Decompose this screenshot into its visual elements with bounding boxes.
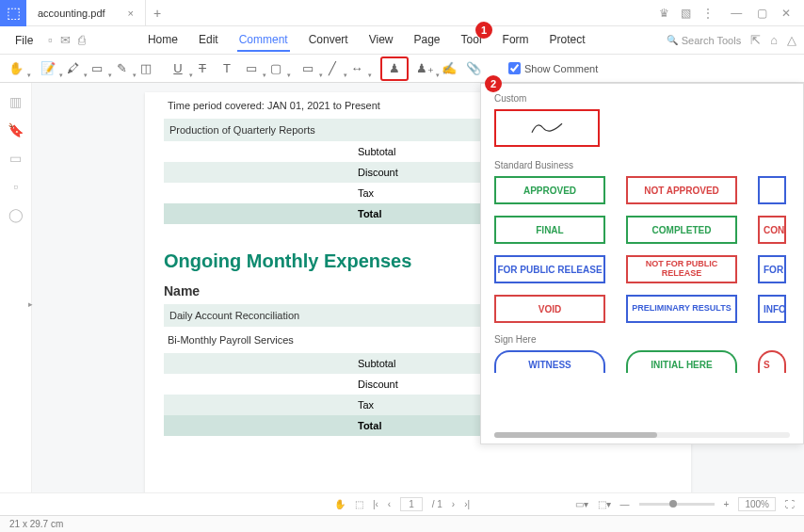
stamp-not-public[interactable]: NOT FOR PUBLIC RELEASE <box>626 255 737 283</box>
app-icon: ⬚ <box>0 0 26 26</box>
window-controls: — ▢ ✕ <box>725 7 796 20</box>
stamp-add-icon[interactable]: ♟₊ <box>416 60 433 77</box>
horizontal-scrollbar[interactable] <box>494 432 790 438</box>
area-highlight-icon[interactable]: ▭ <box>88 60 105 77</box>
stamp-partial[interactable]: CON <box>758 216 786 244</box>
stamp-partial[interactable] <box>758 176 786 204</box>
rail-splitter-icon[interactable]: ▸ <box>28 299 33 309</box>
comments-panel-icon[interactable]: ◯ <box>8 207 24 222</box>
thumbnails-icon[interactable]: ▥ <box>9 94 22 109</box>
text-tool-icon[interactable]: T <box>218 60 235 77</box>
stamp-public-release[interactable]: FOR PUBLIC RELEASE <box>494 255 605 283</box>
shape-line-icon[interactable]: ╱ <box>324 60 341 77</box>
show-comment-checkbox[interactable] <box>508 62 521 74</box>
textbox-icon[interactable]: ▭ <box>243 60 260 77</box>
attachment-icon[interactable]: 📎 <box>465 60 482 77</box>
zoom-slider[interactable] <box>639 503 715 506</box>
file-menu[interactable]: File <box>8 30 40 51</box>
first-page-icon[interactable]: |‹ <box>373 499 378 509</box>
fullscreen-icon[interactable]: ⛶ <box>785 499 795 509</box>
hand-nav-icon[interactable]: ✋ <box>334 499 346 509</box>
zoom-out-icon[interactable]: — <box>620 499 630 509</box>
tab-home[interactable]: Home <box>146 29 180 52</box>
stamp-partial[interactable]: INFOR <box>758 295 786 323</box>
cloud-icon[interactable]: ⌂ <box>770 33 778 47</box>
stamp-completed[interactable]: COMPLETED <box>626 216 737 244</box>
save-icon[interactable]: ▫ <box>48 33 53 47</box>
discount-label: Discount <box>358 167 431 178</box>
tab-page[interactable]: Page <box>412 29 442 52</box>
print-icon[interactable]: ⎙ <box>78 33 86 47</box>
share-icon[interactable]: ⇱ <box>750 33 761 47</box>
note-icon[interactable]: 📝 <box>40 60 56 77</box>
minimize-icon[interactable]: — <box>725 7 748 20</box>
highlight-icon[interactable]: 🖍 <box>64 60 81 77</box>
measure-icon[interactable]: ↔ <box>348 60 365 77</box>
gift-icon[interactable]: ▧ <box>681 7 691 20</box>
add-tab-icon[interactable]: + <box>146 6 169 21</box>
left-sidebar: ▥ 🔖 ▭ ▫ ◯ <box>0 83 32 516</box>
stamp-partial[interactable]: FOR <box>758 255 786 283</box>
maximize-icon[interactable]: ▢ <box>751 7 773 20</box>
shape-rect-icon[interactable]: ▭ <box>299 60 316 77</box>
tab-protect[interactable]: Protect <box>548 29 587 52</box>
prev-page-icon[interactable]: ‹ <box>388 499 391 509</box>
signature-icon <box>528 117 566 139</box>
callout-badge-1: 1 <box>475 22 492 39</box>
tab-view[interactable]: View <box>367 29 395 52</box>
fit-width-icon[interactable]: ▭▾ <box>575 499 588 509</box>
tab-comment[interactable]: Comment <box>237 29 290 52</box>
tax-label-2: Tax <box>358 399 431 411</box>
show-comment-toggle[interactable]: Show Comment <box>508 62 598 74</box>
pencil-icon[interactable]: ✎ <box>113 60 130 77</box>
attachments-icon[interactable]: ▫ <box>13 179 18 194</box>
select-nav-icon[interactable]: ⬚ <box>355 499 363 509</box>
bookmark-icon[interactable]: 🔖 <box>8 122 24 137</box>
custom-section-label: Custom <box>494 93 803 104</box>
stamp-not-approved[interactable]: NOT APPROVED <box>626 176 737 204</box>
signhere-section-label: Sign Here <box>494 334 803 345</box>
search-input[interactable]: Search Tools <box>667 35 741 46</box>
page-total: / 1 <box>432 499 442 509</box>
crown-icon[interactable]: ♛ <box>659 7 669 20</box>
eraser-icon[interactable]: ◫ <box>137 60 154 77</box>
more-icon[interactable]: ⋮ <box>702 7 714 20</box>
stamp-preliminary[interactable]: PRELIMINARY RESULTS <box>626 295 737 323</box>
hand-tool-icon[interactable]: ✋ <box>8 60 24 77</box>
main-area: ▥ 🔖 ▭ ▫ ◯ ▸ Time period covered: JAN 01,… <box>0 83 804 516</box>
stamp-tool[interactable]: ♟ <box>380 56 409 81</box>
mail-icon[interactable]: ✉ <box>60 33 71 47</box>
stamp-panel: Custom Standard Business APPROVED NOT AP… <box>480 83 804 444</box>
stamp-icon: ♟ <box>386 60 403 77</box>
help-icon[interactable]: △ <box>787 33 796 47</box>
close-tab-icon[interactable]: × <box>128 8 134 19</box>
total-label: Total <box>358 208 431 219</box>
ribbon-tabs: Home Edit Comment Convert View Page Tool… <box>146 29 587 52</box>
stamp-partial[interactable]: S <box>758 350 786 373</box>
custom-signature-stamp[interactable] <box>494 109 600 147</box>
underline-icon[interactable]: U <box>169 60 186 77</box>
signature-icon[interactable]: ✍ <box>441 60 458 77</box>
tab-form[interactable]: Form <box>501 29 531 52</box>
stamp-final[interactable]: FINAL <box>494 216 605 244</box>
callout-icon[interactable]: ▢ <box>267 60 284 77</box>
show-comment-label: Show Comment <box>524 63 598 74</box>
page-number-input[interactable]: 1 <box>400 497 423 511</box>
stamp-void[interactable]: VOID <box>494 295 605 323</box>
stamp-initial-here[interactable]: INITIAL HERE <box>626 350 737 373</box>
zoom-value[interactable]: 100% <box>738 497 776 511</box>
stamp-witness[interactable]: WITNESS <box>494 350 605 373</box>
next-page-icon[interactable]: › <box>452 499 455 509</box>
close-window-icon[interactable]: ✕ <box>776 7 796 20</box>
stamp-approved[interactable]: APPROVED <box>494 176 605 204</box>
fit-page-icon[interactable]: ⬚▾ <box>598 499 611 509</box>
strikethrough-icon[interactable]: T <box>194 60 211 77</box>
tab-convert[interactable]: Convert <box>307 29 350 52</box>
stamp-grid: APPROVED NOT APPROVED FINAL COMPLETED CO… <box>494 176 803 323</box>
layers-icon[interactable]: ▭ <box>9 151 22 166</box>
last-page-icon[interactable]: ›| <box>464 499 470 509</box>
document-tab[interactable]: accounting.pdf × <box>26 0 146 25</box>
zoom-in-icon[interactable]: + <box>724 499 730 509</box>
tab-title: accounting.pdf <box>38 8 105 19</box>
tab-edit[interactable]: Edit <box>197 29 220 52</box>
